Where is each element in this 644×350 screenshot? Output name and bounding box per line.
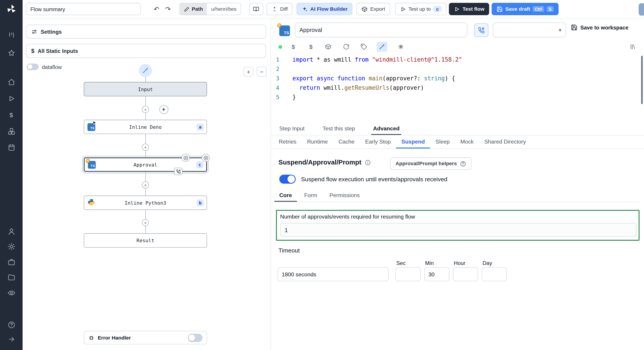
star-icon[interactable] [8, 49, 15, 57]
advanced-tab-runtime[interactable]: Runtime [302, 136, 333, 149]
code-editor[interactable]: 12345 import * as wmill from "windmill-c… [271, 53, 644, 123]
flow-node-inline-python3[interactable]: Inline Python3 b [84, 195, 207, 210]
add-branch-button[interactable] [182, 154, 190, 162]
advanced-tabs: RetriesRuntimeCacheEarly StopSuspendSlee… [271, 136, 644, 149]
advanced-tab-retries[interactable]: Retries [274, 136, 302, 149]
diff-button[interactable]: Diff [266, 3, 293, 15]
advanced-tab-mock[interactable]: Mock [455, 136, 479, 149]
suspend-tab-core[interactable]: Core [274, 190, 297, 201]
resources-boxes-icon[interactable] [8, 128, 15, 135]
flow-node-inline-deno[interactable]: TS Inline Deno a [84, 120, 207, 134]
dataflow-toggle-row: dataflow [26, 64, 62, 70]
export-button[interactable]: Export [357, 3, 390, 15]
home-icon[interactable] [8, 78, 15, 86]
ai-wand-icon[interactable] [376, 42, 387, 52]
help-icon[interactable] [8, 321, 15, 329]
topbar: ↶ ↷ Path u/henri/bes Diff AI Flow Builde… [22, 0, 644, 18]
undo-button[interactable]: ↶ [151, 3, 162, 15]
flow-summary-input[interactable] [26, 3, 141, 15]
reload-icon[interactable] [342, 43, 350, 50]
timeout-day-input[interactable] [482, 267, 507, 281]
info-icon [365, 159, 371, 166]
add-step-button-1[interactable]: + [142, 106, 149, 113]
ai-wand-button[interactable] [139, 64, 152, 77]
schedules-calendar-icon[interactable] [8, 144, 15, 151]
expand-arrow-icon[interactable] [8, 335, 15, 343]
advanced-tab-early-stop[interactable]: Early Stop [360, 136, 396, 149]
suspend-tab-permissions[interactable]: Permissions [324, 190, 364, 201]
step-name-input[interactable] [295, 22, 467, 37]
variables-dollar-icon[interactable]: $ [307, 43, 314, 50]
static-inputs-dollar-icon[interactable]: $ [290, 43, 297, 50]
required-approvals-box: Number of approvals/events required for … [276, 210, 639, 241]
delete-step-button[interactable] [202, 154, 210, 162]
phone-incoming-icon [478, 27, 484, 33]
flow-graph-panel: Settings $ All Static Inputs dataflow + … [22, 18, 271, 350]
windmill-flow-editor: $ ↶ ↷ Path u/henri/bes [0, 0, 644, 350]
tag-icon[interactable] [360, 43, 368, 50]
suspend-title: Suspend/Approval/Prompt [278, 159, 361, 166]
add-step-button-2[interactable]: + [142, 144, 149, 151]
settings-gear-icon[interactable] [8, 243, 15, 250]
timeout-min-input[interactable] [424, 267, 449, 281]
error-handler-label: Error Handler [98, 335, 184, 341]
package-icon[interactable] [324, 43, 332, 50]
timeout-seconds-input[interactable] [278, 267, 389, 281]
zoom-in-button[interactable]: + [244, 67, 253, 77]
kanban-icon[interactable] [8, 31, 15, 39]
approvals-count-input[interactable] [280, 223, 636, 237]
ai-flow-builder-button[interactable]: AI Flow Builder [297, 3, 353, 15]
library-icon[interactable] [629, 43, 636, 50]
workers-briefcase-icon[interactable] [8, 258, 15, 266]
timeout-sec-input[interactable] [396, 267, 420, 281]
zoom-out-button[interactable]: − [257, 67, 266, 77]
sparkle-test-icon[interactable] [397, 43, 404, 50]
approval-prompt-helpers-button[interactable]: Approval/Prompt helpers [390, 157, 472, 170]
add-step-button-3[interactable]: + [142, 181, 149, 188]
bug-icon [88, 335, 94, 341]
save-draft-button[interactable]: Save draft Ctrl S [492, 3, 558, 15]
add-step-button-4[interactable]: + [142, 219, 149, 226]
kbd-ctrl: Ctrl [533, 6, 544, 12]
typescript-icon: TS [88, 123, 95, 131]
advanced-tab-sleep[interactable]: Sleep [430, 136, 455, 149]
test-up-to-button[interactable]: Test up to c [395, 3, 446, 15]
dollar-icon: $ [31, 47, 34, 54]
audit-eye-icon[interactable] [8, 289, 15, 297]
status-dot [278, 45, 282, 49]
step-tab-advanced[interactable]: Advanced [372, 123, 401, 135]
variables-dollar-icon[interactable]: $ [8, 111, 15, 119]
suspend-tab-form[interactable]: Form [300, 190, 322, 201]
error-handler-row: Error Handler [84, 331, 207, 345]
path-button[interactable]: Path u/henri/bes [180, 3, 241, 15]
trigger-bolt-button[interactable] [160, 105, 168, 114]
partial-button[interactable] [639, 3, 644, 16]
flow-node-result[interactable]: Result [84, 233, 207, 248]
advanced-tab-suspend[interactable]: Suspend [396, 136, 430, 149]
flow-settings-button[interactable]: Settings [26, 24, 266, 38]
docs-button[interactable] [249, 3, 263, 15]
app-sidebar: $ [0, 0, 22, 350]
folders-icon[interactable] [8, 273, 15, 281]
flow-node-approval[interactable]: TS Approval c [84, 157, 207, 172]
error-handler-toggle[interactable] [188, 334, 202, 342]
timeout-hour-input[interactable] [453, 267, 478, 281]
step-tab-test-this-step[interactable]: Test this step [321, 123, 356, 135]
suspend-phone-button[interactable] [474, 23, 488, 37]
dataflow-toggle[interactable] [26, 64, 38, 70]
timeout-unit-labels: Sec Min Hour Day [396, 260, 508, 266]
step-tab-step-input[interactable]: Step Input [278, 123, 306, 135]
help-circle-icon [460, 161, 466, 167]
runs-play-icon[interactable] [8, 95, 15, 102]
advanced-tab-shared-directory[interactable]: Shared Directory [479, 136, 531, 149]
user-icon[interactable] [8, 227, 15, 235]
suspend-toggle[interactable] [279, 175, 296, 183]
script-version-select[interactable]: ▾ [493, 22, 566, 37]
test-flow-button[interactable]: Test flow [449, 3, 489, 15]
flow-node-input[interactable]: Input [84, 82, 207, 96]
all-static-inputs-button[interactable]: $ All Static Inputs [26, 44, 266, 58]
advanced-tab-cache[interactable]: Cache [333, 136, 360, 149]
save-to-workspace-button[interactable]: Save to workspace [571, 24, 628, 30]
redo-button[interactable]: ↷ [162, 3, 174, 15]
editor-scrollbar[interactable] [641, 56, 643, 104]
